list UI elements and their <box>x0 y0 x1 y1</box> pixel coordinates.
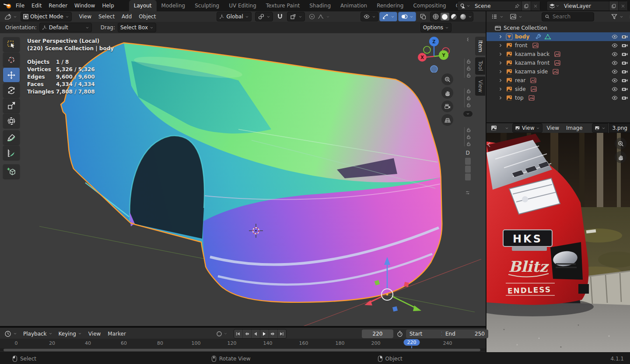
tab-compositing[interactable]: Compositing <box>408 0 451 11</box>
tool-annotate[interactable] <box>3 130 20 145</box>
expand-icon[interactable] <box>498 60 503 66</box>
dimension-fields[interactable] <box>465 158 471 180</box>
render-camera-icon[interactable] <box>621 68 628 75</box>
hide-eye-icon[interactable] <box>611 86 618 93</box>
autokey-dropdown-icon[interactable] <box>224 332 228 336</box>
lock-icon[interactable] <box>466 95 471 101</box>
collapse-panel-icon[interactable] <box>465 37 470 42</box>
prev-keyframe-button[interactable] <box>243 329 252 338</box>
axis-neg-z-ball[interactable] <box>430 66 438 73</box>
drag-dropdown[interactable]: Select Box <box>118 23 156 32</box>
tool-select-box[interactable] <box>3 37 20 52</box>
viewlayer-icon[interactable] <box>547 1 561 10</box>
viewlayer-remove-icon[interactable] <box>618 1 627 10</box>
keying-menu[interactable]: Keying <box>56 329 84 339</box>
image-display-mode-dropdown[interactable]: View <box>512 123 542 133</box>
viewlayer-name[interactable]: ViewLayer <box>561 3 597 9</box>
pin-icon[interactable] <box>513 1 522 10</box>
blender-logo-icon[interactable] <box>4 2 12 9</box>
options-dropdown[interactable]: Options <box>420 23 452 32</box>
lock-icon[interactable] <box>466 88 471 94</box>
use-preview-range-button[interactable] <box>396 330 403 337</box>
scene-name[interactable]: Scene <box>472 3 508 9</box>
sidebar-tab-item[interactable]: Item <box>475 37 485 55</box>
autokey-record-button[interactable] <box>216 330 223 337</box>
editor-type-button[interactable] <box>2 12 20 21</box>
expand-icon[interactable] <box>498 69 503 74</box>
outliner-row-front[interactable]: front <box>486 41 630 50</box>
shading-wireframe-button[interactable] <box>431 13 440 21</box>
expand-icon[interactable] <box>498 87 503 92</box>
scene-collection-row[interactable]: Scene Collection <box>486 24 630 32</box>
outliner-row-kazama-back[interactable]: kazama back <box>486 50 630 59</box>
lock-icon[interactable] <box>466 102 471 107</box>
timeline-menu-marker[interactable]: Marker <box>105 331 129 337</box>
tab-sculpting[interactable]: Sculpting <box>190 0 224 11</box>
shading-rendered-button[interactable] <box>459 13 468 21</box>
render-camera-icon[interactable] <box>621 77 628 84</box>
next-keyframe-button[interactable] <box>269 329 278 338</box>
shading-dropdown[interactable] <box>468 15 472 19</box>
zoom-icon[interactable] <box>441 73 453 85</box>
jump-to-start-button[interactable] <box>234 329 243 338</box>
viewport-3d[interactable]: User Perspective (Local) (220) Scene Col… <box>0 33 486 326</box>
render-camera-icon[interactable] <box>621 94 628 101</box>
tab-shading[interactable]: Shading <box>304 0 336 11</box>
outliner-row-side[interactable]: side <box>486 85 630 94</box>
scene-unlink-icon[interactable] <box>531 1 540 10</box>
proportional-edit-toggle[interactable] <box>306 12 332 21</box>
image-datablock-dropdown[interactable] <box>592 123 608 133</box>
pivot-point-dropdown[interactable] <box>255 12 273 21</box>
outliner-row-body[interactable]: body <box>486 32 630 41</box>
image-name-field[interactable]: 3.png <box>609 123 630 133</box>
outliner-filter-id-dropdown[interactable] <box>507 12 525 21</box>
viewport-menu-select[interactable]: Select <box>95 14 118 20</box>
image-pan-hand-icon[interactable] <box>615 151 626 163</box>
timeline-scrollbar-thumb[interactable] <box>4 349 480 351</box>
outliner-filter-dropdown[interactable] <box>608 12 626 21</box>
viewport-menu-object[interactable]: Object <box>136 14 159 20</box>
tool-add-cube[interactable] <box>3 164 20 179</box>
lock-icon[interactable] <box>466 134 471 139</box>
expand-icon[interactable] <box>498 34 503 39</box>
tool-cursor[interactable] <box>3 52 20 67</box>
mode-dropdown[interactable]: Object Mode <box>21 12 72 21</box>
outliner-row-rear[interactable]: rear <box>486 76 630 85</box>
play-reverse-button[interactable] <box>252 329 260 338</box>
tool-scale[interactable] <box>3 98 20 113</box>
tool-measure[interactable] <box>3 146 20 160</box>
snap-toggle[interactable] <box>274 12 286 21</box>
sidebar-tab-tool[interactable]: Tool <box>475 57 485 74</box>
lock-icon[interactable] <box>466 141 471 146</box>
tool-move[interactable] <box>3 68 20 82</box>
playhead-badge[interactable]: 220 <box>404 339 420 346</box>
hide-eye-icon[interactable] <box>611 42 618 49</box>
current-frame-field[interactable]: 220 <box>362 329 393 338</box>
new-collection-button[interactable] <box>627 12 630 21</box>
timeline-ruler[interactable]: 0 20 40 60 80 100 120 140 160 180 200 24… <box>0 339 486 348</box>
outliner-search[interactable] <box>542 12 594 21</box>
outliner-row-kazama-front[interactable]: kazama front <box>486 59 630 67</box>
transform-orientation-dropdown[interactable]: Global <box>217 12 251 21</box>
navigation-gizmo[interactable]: Z X Y <box>416 36 453 73</box>
expand-icon[interactable] <box>498 43 503 48</box>
shading-material-button[interactable] <box>450 13 458 21</box>
expand-icon[interactable] <box>498 52 503 57</box>
image-menu-view[interactable]: View <box>543 125 562 131</box>
lock-icon[interactable] <box>466 59 471 64</box>
render-camera-icon[interactable] <box>621 59 628 66</box>
pan-hand-icon[interactable] <box>441 87 453 99</box>
lock-icon[interactable] <box>466 66 471 71</box>
playback-menu[interactable]: Playback <box>21 329 55 339</box>
render-camera-icon[interactable] <box>621 86 628 93</box>
xray-toggle[interactable] <box>417 12 429 21</box>
camera-view-icon[interactable] <box>441 101 453 112</box>
expand-icon[interactable] <box>498 95 503 101</box>
menu-render[interactable]: Render <box>45 0 71 11</box>
play-button[interactable] <box>260 329 269 338</box>
lock-icon[interactable] <box>466 127 471 132</box>
timeline-scrollbar[interactable] <box>0 348 486 352</box>
menu-help[interactable]: Help <box>98 0 117 11</box>
overlays-toggle[interactable] <box>398 12 416 21</box>
scene-icon[interactable] <box>458 1 472 10</box>
